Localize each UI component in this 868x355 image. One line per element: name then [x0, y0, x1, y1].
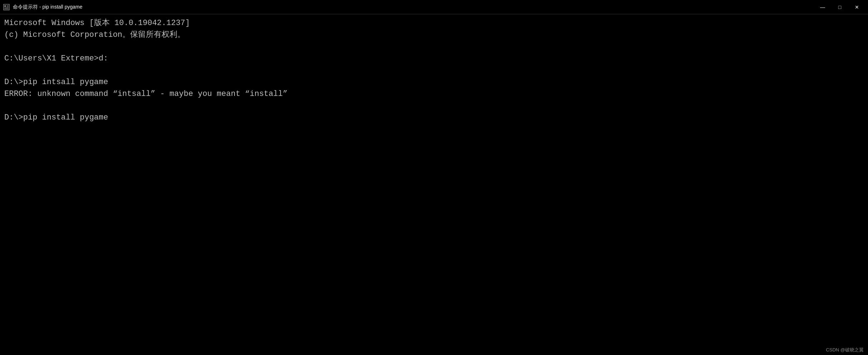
terminal-line	[4, 135, 864, 147]
terminal-output: Microsoft Windows [版本 10.0.19042.1237](c…	[0, 14, 868, 345]
terminal-line: Microsoft Windows [版本 10.0.19042.1237]	[4, 17, 864, 29]
terminal-line	[4, 194, 864, 206]
terminal-line	[4, 100, 864, 112]
window-title: 命令提示符 - pip install pygame	[13, 4, 814, 10]
terminal-line: D:\>pip intsall pygame	[4, 76, 864, 88]
terminal-line	[4, 265, 864, 277]
terminal-line	[4, 159, 864, 171]
terminal-line	[4, 230, 864, 242]
terminal-line	[4, 206, 864, 218]
close-button[interactable]: ✕	[849, 1, 865, 13]
maximize-button[interactable]: □	[832, 1, 848, 13]
terminal-line	[4, 253, 864, 265]
footer-bar: CSDN @破晓之翼	[0, 345, 868, 355]
window-icon	[3, 4, 10, 11]
svg-rect-4	[4, 8, 9, 8]
svg-rect-5	[4, 9, 9, 9]
terminal-line: ERROR: unknown command “intsall” - maybe…	[4, 88, 864, 100]
terminal-line	[4, 41, 864, 53]
terminal-line	[4, 218, 864, 230]
terminal-line: (c) Microsoft Corporation。保留所有权利。	[4, 29, 864, 41]
terminal-line: D:\>pip install pygame	[4, 112, 864, 123]
terminal-line	[4, 183, 864, 194]
footer-text: CSDN @破晓之翼	[826, 347, 864, 353]
cmd-window: 命令提示符 - pip install pygame — □ ✕ Microso…	[0, 0, 868, 355]
terminal-line	[4, 171, 864, 183]
svg-rect-3	[7, 6, 9, 7]
terminal-line	[4, 123, 864, 135]
terminal-line	[4, 64, 864, 76]
minimize-button[interactable]: —	[814, 1, 831, 13]
svg-rect-1	[4, 5, 6, 7]
svg-rect-2	[7, 5, 9, 6]
title-bar: 命令提示符 - pip install pygame — □ ✕	[0, 0, 868, 14]
window-controls: — □ ✕	[814, 1, 865, 13]
terminal-line	[4, 242, 864, 253]
svg-rect-0	[4, 4, 9, 10]
terminal-line	[4, 147, 864, 159]
terminal-line: C:\Users\X1 Extreme>d:	[4, 53, 864, 64]
